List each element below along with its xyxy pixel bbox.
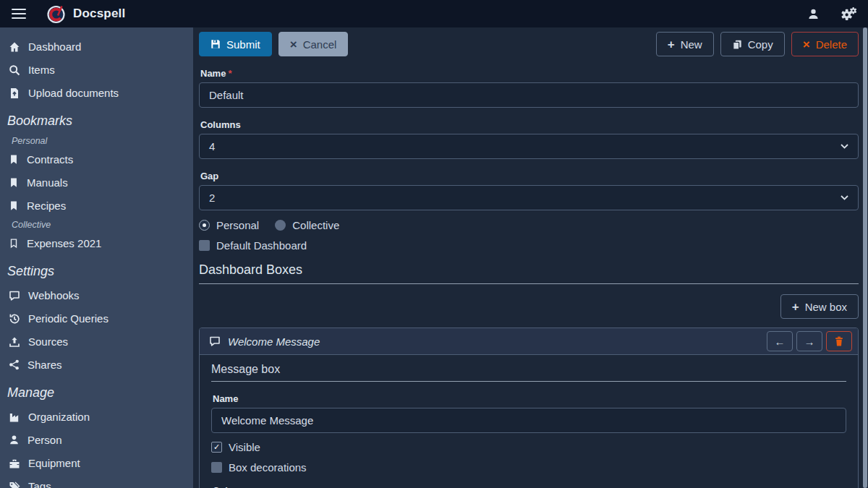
sidebar-item-webhooks[interactable]: Webhooks (0, 286, 193, 304)
radio-collective[interactable]: Collective (275, 219, 339, 231)
sidebar-item-shares[interactable]: Shares (0, 356, 193, 374)
gap-select[interactable]: 2 (199, 185, 859, 210)
gears-settings-icon[interactable] (841, 7, 856, 21)
sidebar-item-recipes[interactable]: Recipes (0, 197, 193, 215)
radio-personal-control[interactable] (199, 220, 210, 231)
sidebar-item-periodic-queries[interactable]: Periodic Queries (0, 309, 193, 328)
sidebar-item-organization[interactable]: Organization (0, 408, 193, 426)
industry-icon (9, 411, 20, 423)
sidebar-item-person[interactable]: Person (0, 431, 193, 449)
sidebar-item-upload-documents[interactable]: Upload documents (0, 84, 193, 102)
person-icon (9, 435, 20, 445)
sidebar-item-sources[interactable]: Sources (0, 333, 193, 351)
cancel-button-label: Cancel (303, 38, 337, 51)
visible-checkbox-row[interactable]: ✓ Visible (211, 441, 846, 453)
plus-icon: + (668, 38, 675, 51)
arrow-right-icon: → (804, 335, 815, 348)
comment-icon (9, 290, 20, 301)
sidebar-item-label: Tags (28, 480, 51, 488)
search-icon (9, 64, 20, 76)
move-box-left-button[interactable]: ← (767, 331, 793, 351)
default-dashboard-label: Default Dashboard (216, 239, 307, 252)
new-button[interactable]: + New (656, 32, 714, 56)
main-content: Submit × Cancel + New Copy (193, 27, 868, 488)
radio-collective-control[interactable] (275, 220, 286, 231)
submit-button[interactable]: Submit (199, 32, 272, 56)
box-decorations-label: Box decorations (229, 461, 307, 474)
sidebar-heading-manage: Manage (7, 385, 186, 401)
sidebar-item-manuals[interactable]: Manuals (0, 174, 193, 192)
sidebar-item-equipment[interactable]: Equipment (0, 454, 193, 472)
sidebar-item-label: Expenses 2021 (27, 237, 101, 249)
floppy-save-icon (210, 39, 221, 49)
sidebar-item-label: Manuals (27, 176, 68, 189)
column-span-field-label: Column span (213, 485, 845, 488)
sidebar-heading-bookmarks: Bookmarks (7, 114, 186, 129)
sidebar-item-label: Items (28, 64, 55, 76)
sidebar-subheading-personal: Personal (12, 136, 184, 146)
box-type-label: Message box (211, 363, 846, 382)
sidebar-item-contracts[interactable]: Contracts (0, 150, 193, 168)
message-box-icon (209, 335, 221, 347)
name-input[interactable] (199, 82, 859, 108)
copy-button[interactable]: Copy (720, 32, 785, 56)
radio-personal[interactable]: Personal (199, 219, 259, 231)
app-name: Docspell (73, 7, 125, 21)
box-body: Message box Name ✓ Visible Box decoratio… (200, 355, 858, 488)
hamburger-menu-icon[interactable] (12, 9, 26, 20)
default-dashboard-checkbox-row[interactable]: Default Dashboard (199, 239, 859, 252)
box-decorations-checkbox-row[interactable]: Box decorations (211, 461, 846, 474)
sidebar-item-label: Sources (28, 335, 68, 348)
move-box-right-button[interactable]: → (796, 331, 822, 351)
app-window: Docspell (0, 0, 868, 488)
delete-box-button[interactable] (826, 331, 852, 351)
sidebar-item-label: Webhooks (28, 289, 80, 301)
columns-select-value: 4 (209, 140, 215, 153)
x-icon: × (290, 38, 297, 51)
sidebar-item-label: Dasbhoard (28, 40, 81, 53)
form-toolbar: Submit × Cancel + New Copy (199, 32, 859, 56)
visible-label: Visible (229, 441, 260, 453)
sidebar-heading-settings: Settings (7, 264, 186, 279)
delete-button-label: Delete (816, 38, 847, 51)
box-name-input[interactable] (211, 408, 846, 433)
scope-radio-group: Personal Collective (199, 219, 859, 231)
arrow-left-icon: ← (775, 335, 786, 348)
toolbar-right-group: + New Copy × Delete (656, 32, 859, 56)
sidebar-item-label: Organization (28, 411, 90, 423)
sidebar-item-tags[interactable]: Tags (0, 477, 193, 488)
sidebar-item-dashboard[interactable]: Dasbhoard (0, 38, 193, 56)
box-actions: ← → (767, 331, 852, 351)
columns-select[interactable]: 4 (199, 134, 859, 159)
scrollbar-thumb[interactable] (863, 27, 867, 488)
user-account-icon[interactable] (807, 8, 820, 20)
radio-personal-label: Personal (216, 219, 259, 231)
cancel-button[interactable]: × Cancel (278, 32, 349, 56)
toolbox-icon (9, 458, 20, 469)
sidebar-item-label: Person (27, 434, 62, 446)
name-field-label: Name* (200, 68, 857, 79)
vertical-scrollbar[interactable] (863, 27, 867, 488)
default-dashboard-checkbox[interactable] (199, 240, 210, 251)
gap-select-value: 2 (209, 192, 215, 204)
share-nodes-icon (9, 359, 20, 370)
sidebar-item-items[interactable]: Items (0, 61, 193, 79)
dashboard-box-welcome-message: Welcome Message ← → Message box Name (199, 328, 859, 488)
sidebar-subheading-collective: Collective (12, 220, 184, 230)
sidebar-item-label: Contracts (27, 153, 73, 166)
new-box-button-label: New box (805, 301, 847, 313)
submit-button-label: Submit (226, 38, 260, 51)
sidebar-item-label: Shares (27, 359, 62, 371)
history-icon (9, 313, 20, 325)
sidebar-item-label: Equipment (28, 457, 80, 469)
new-box-row: + New box (199, 294, 859, 319)
box-decorations-checkbox[interactable] (211, 462, 222, 473)
bookmark-filled-icon (9, 177, 19, 188)
visible-checkbox[interactable]: ✓ (211, 442, 222, 453)
delete-button[interactable]: × Delete (791, 32, 859, 56)
copy-button-label: Copy (748, 38, 773, 51)
new-box-button[interactable]: + New box (780, 294, 859, 319)
body-row: Dasbhoard Items Upload documents Bookmar… (0, 27, 868, 488)
home-icon (9, 41, 20, 53)
sidebar-item-expenses-2021[interactable]: Expenses 2021 (0, 234, 193, 252)
